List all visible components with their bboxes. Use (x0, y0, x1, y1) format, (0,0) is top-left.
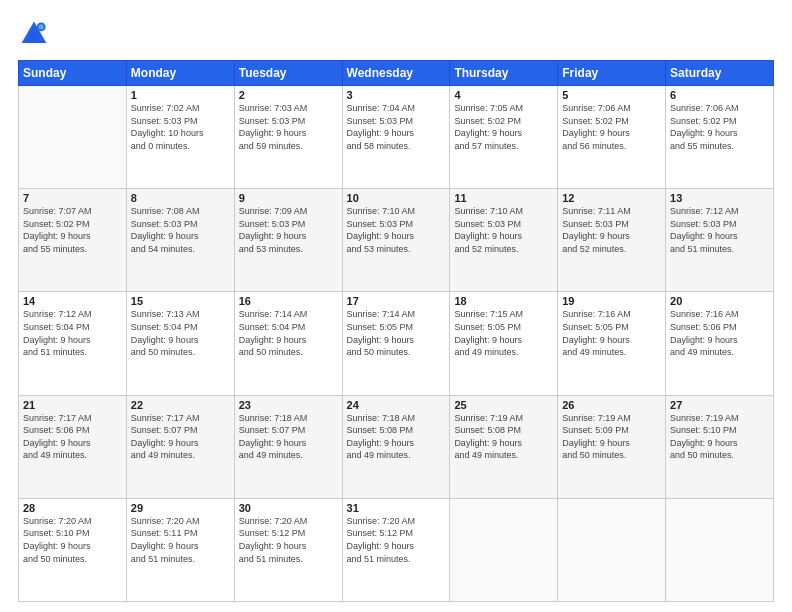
day-info: Sunrise: 7:14 AM Sunset: 5:04 PM Dayligh… (239, 308, 338, 358)
day-info: Sunrise: 7:18 AM Sunset: 5:08 PM Dayligh… (347, 412, 446, 462)
day-number: 23 (239, 399, 338, 411)
day-cell: 11Sunrise: 7:10 AM Sunset: 5:03 PM Dayli… (450, 189, 558, 292)
day-number: 6 (670, 89, 769, 101)
day-cell (450, 498, 558, 601)
day-info: Sunrise: 7:17 AM Sunset: 5:06 PM Dayligh… (23, 412, 122, 462)
day-number: 1 (131, 89, 230, 101)
day-cell (666, 498, 774, 601)
day-info: Sunrise: 7:19 AM Sunset: 5:10 PM Dayligh… (670, 412, 769, 462)
day-number: 14 (23, 295, 122, 307)
day-info: Sunrise: 7:14 AM Sunset: 5:05 PM Dayligh… (347, 308, 446, 358)
header (18, 18, 774, 50)
day-cell: 23Sunrise: 7:18 AM Sunset: 5:07 PM Dayli… (234, 395, 342, 498)
day-cell: 5Sunrise: 7:06 AM Sunset: 5:02 PM Daylig… (558, 86, 666, 189)
day-cell: 31Sunrise: 7:20 AM Sunset: 5:12 PM Dayli… (342, 498, 450, 601)
day-number: 28 (23, 502, 122, 514)
day-number: 24 (347, 399, 446, 411)
day-info: Sunrise: 7:02 AM Sunset: 5:03 PM Dayligh… (131, 102, 230, 152)
day-info: Sunrise: 7:10 AM Sunset: 5:03 PM Dayligh… (347, 205, 446, 255)
day-number: 25 (454, 399, 553, 411)
svg-point-3 (38, 24, 43, 29)
day-number: 18 (454, 295, 553, 307)
weekday-header-tuesday: Tuesday (234, 61, 342, 86)
day-info: Sunrise: 7:18 AM Sunset: 5:07 PM Dayligh… (239, 412, 338, 462)
day-info: Sunrise: 7:20 AM Sunset: 5:10 PM Dayligh… (23, 515, 122, 565)
day-number: 2 (239, 89, 338, 101)
week-row-1: 1Sunrise: 7:02 AM Sunset: 5:03 PM Daylig… (19, 86, 774, 189)
day-number: 10 (347, 192, 446, 204)
day-number: 31 (347, 502, 446, 514)
day-info: Sunrise: 7:03 AM Sunset: 5:03 PM Dayligh… (239, 102, 338, 152)
day-cell: 19Sunrise: 7:16 AM Sunset: 5:05 PM Dayli… (558, 292, 666, 395)
day-number: 9 (239, 192, 338, 204)
logo (18, 18, 54, 50)
day-info: Sunrise: 7:04 AM Sunset: 5:03 PM Dayligh… (347, 102, 446, 152)
day-number: 16 (239, 295, 338, 307)
weekday-header-saturday: Saturday (666, 61, 774, 86)
day-cell: 22Sunrise: 7:17 AM Sunset: 5:07 PM Dayli… (126, 395, 234, 498)
day-cell: 8Sunrise: 7:08 AM Sunset: 5:03 PM Daylig… (126, 189, 234, 292)
day-cell: 3Sunrise: 7:04 AM Sunset: 5:03 PM Daylig… (342, 86, 450, 189)
day-info: Sunrise: 7:19 AM Sunset: 5:08 PM Dayligh… (454, 412, 553, 462)
day-number: 12 (562, 192, 661, 204)
weekday-header-wednesday: Wednesday (342, 61, 450, 86)
day-cell: 2Sunrise: 7:03 AM Sunset: 5:03 PM Daylig… (234, 86, 342, 189)
day-info: Sunrise: 7:17 AM Sunset: 5:07 PM Dayligh… (131, 412, 230, 462)
week-row-5: 28Sunrise: 7:20 AM Sunset: 5:10 PM Dayli… (19, 498, 774, 601)
day-number: 5 (562, 89, 661, 101)
day-number: 30 (239, 502, 338, 514)
day-number: 26 (562, 399, 661, 411)
day-info: Sunrise: 7:06 AM Sunset: 5:02 PM Dayligh… (562, 102, 661, 152)
day-number: 8 (131, 192, 230, 204)
day-cell: 24Sunrise: 7:18 AM Sunset: 5:08 PM Dayli… (342, 395, 450, 498)
day-cell (558, 498, 666, 601)
day-info: Sunrise: 7:16 AM Sunset: 5:05 PM Dayligh… (562, 308, 661, 358)
day-number: 19 (562, 295, 661, 307)
day-info: Sunrise: 7:10 AM Sunset: 5:03 PM Dayligh… (454, 205, 553, 255)
day-info: Sunrise: 7:16 AM Sunset: 5:06 PM Dayligh… (670, 308, 769, 358)
day-cell: 9Sunrise: 7:09 AM Sunset: 5:03 PM Daylig… (234, 189, 342, 292)
day-cell: 6Sunrise: 7:06 AM Sunset: 5:02 PM Daylig… (666, 86, 774, 189)
day-info: Sunrise: 7:07 AM Sunset: 5:02 PM Dayligh… (23, 205, 122, 255)
calendar-page: SundayMondayTuesdayWednesdayThursdayFrid… (0, 0, 792, 612)
day-cell: 27Sunrise: 7:19 AM Sunset: 5:10 PM Dayli… (666, 395, 774, 498)
day-info: Sunrise: 7:08 AM Sunset: 5:03 PM Dayligh… (131, 205, 230, 255)
day-info: Sunrise: 7:13 AM Sunset: 5:04 PM Dayligh… (131, 308, 230, 358)
week-row-3: 14Sunrise: 7:12 AM Sunset: 5:04 PM Dayli… (19, 292, 774, 395)
week-row-2: 7Sunrise: 7:07 AM Sunset: 5:02 PM Daylig… (19, 189, 774, 292)
day-cell: 13Sunrise: 7:12 AM Sunset: 5:03 PM Dayli… (666, 189, 774, 292)
day-cell: 7Sunrise: 7:07 AM Sunset: 5:02 PM Daylig… (19, 189, 127, 292)
day-info: Sunrise: 7:06 AM Sunset: 5:02 PM Dayligh… (670, 102, 769, 152)
day-cell: 10Sunrise: 7:10 AM Sunset: 5:03 PM Dayli… (342, 189, 450, 292)
day-info: Sunrise: 7:19 AM Sunset: 5:09 PM Dayligh… (562, 412, 661, 462)
day-number: 4 (454, 89, 553, 101)
day-cell: 16Sunrise: 7:14 AM Sunset: 5:04 PM Dayli… (234, 292, 342, 395)
day-cell: 29Sunrise: 7:20 AM Sunset: 5:11 PM Dayli… (126, 498, 234, 601)
day-info: Sunrise: 7:05 AM Sunset: 5:02 PM Dayligh… (454, 102, 553, 152)
day-cell: 14Sunrise: 7:12 AM Sunset: 5:04 PM Dayli… (19, 292, 127, 395)
day-number: 21 (23, 399, 122, 411)
day-number: 3 (347, 89, 446, 101)
day-cell: 28Sunrise: 7:20 AM Sunset: 5:10 PM Dayli… (19, 498, 127, 601)
day-info: Sunrise: 7:11 AM Sunset: 5:03 PM Dayligh… (562, 205, 661, 255)
day-info: Sunrise: 7:20 AM Sunset: 5:12 PM Dayligh… (347, 515, 446, 565)
day-number: 7 (23, 192, 122, 204)
day-number: 13 (670, 192, 769, 204)
day-cell: 25Sunrise: 7:19 AM Sunset: 5:08 PM Dayli… (450, 395, 558, 498)
day-number: 15 (131, 295, 230, 307)
weekday-header-thursday: Thursday (450, 61, 558, 86)
day-cell: 12Sunrise: 7:11 AM Sunset: 5:03 PM Dayli… (558, 189, 666, 292)
day-cell: 30Sunrise: 7:20 AM Sunset: 5:12 PM Dayli… (234, 498, 342, 601)
day-info: Sunrise: 7:20 AM Sunset: 5:11 PM Dayligh… (131, 515, 230, 565)
day-number: 20 (670, 295, 769, 307)
day-number: 17 (347, 295, 446, 307)
day-cell: 1Sunrise: 7:02 AM Sunset: 5:03 PM Daylig… (126, 86, 234, 189)
day-cell: 21Sunrise: 7:17 AM Sunset: 5:06 PM Dayli… (19, 395, 127, 498)
logo-icon (18, 18, 50, 50)
weekday-header-friday: Friday (558, 61, 666, 86)
day-cell: 4Sunrise: 7:05 AM Sunset: 5:02 PM Daylig… (450, 86, 558, 189)
weekday-header-row: SundayMondayTuesdayWednesdayThursdayFrid… (19, 61, 774, 86)
weekday-header-sunday: Sunday (19, 61, 127, 86)
day-cell: 15Sunrise: 7:13 AM Sunset: 5:04 PM Dayli… (126, 292, 234, 395)
day-cell: 18Sunrise: 7:15 AM Sunset: 5:05 PM Dayli… (450, 292, 558, 395)
